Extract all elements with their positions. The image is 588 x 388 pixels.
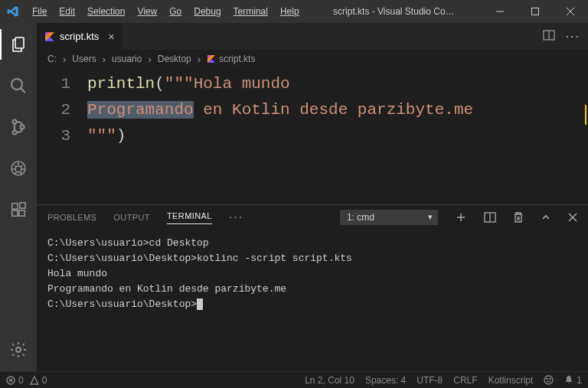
tab-row: script.kts × ··· bbox=[37, 23, 588, 50]
vscode-icon bbox=[0, 5, 26, 18]
status-bar: 0 0 Ln 2, Col 10 Spaces: 4 UTF-8 CRLF Ko… bbox=[0, 371, 588, 388]
editor-area: script.kts × ··· C:› Users› usuario› Des… bbox=[37, 23, 588, 371]
code-lines[interactable]: println("""Hola mundo Programando en Kot… bbox=[87, 68, 588, 204]
menu-debug[interactable]: Debug bbox=[188, 0, 227, 23]
tab-label: script.kts bbox=[60, 31, 99, 42]
main-row: script.kts × ··· C:› Users› usuario› Des… bbox=[0, 23, 588, 371]
svg-point-9 bbox=[21, 126, 24, 129]
menu-go[interactable]: Go bbox=[163, 0, 188, 23]
editor-more-icon[interactable]: ··· bbox=[566, 30, 580, 44]
ab-explorer[interactable] bbox=[0, 29, 37, 60]
svg-point-8 bbox=[13, 131, 17, 135]
close-panel-icon[interactable] bbox=[568, 213, 577, 222]
crumb[interactable]: C: bbox=[47, 54, 57, 64]
new-terminal-icon[interactable] bbox=[455, 211, 467, 223]
code-editor[interactable]: 1 2 3 println("""Hola mundo Programando … bbox=[37, 68, 588, 204]
crumb[interactable]: usuario bbox=[112, 54, 142, 64]
editor-cursor bbox=[585, 105, 586, 125]
terminal-cursor bbox=[197, 298, 203, 310]
menu-selection[interactable]: Selection bbox=[81, 0, 131, 23]
panel-tab-row: PROBLEMS OUTPUT TERMINAL ··· 1: cmd bbox=[37, 205, 588, 230]
ab-extensions[interactable] bbox=[0, 194, 37, 225]
tab-actions: ··· bbox=[543, 23, 588, 50]
bottom-panel: PROBLEMS OUTPUT TERMINAL ··· 1: cmd C:\U… bbox=[37, 204, 588, 371]
crumb[interactable]: Users bbox=[72, 54, 96, 64]
svg-rect-22 bbox=[20, 203, 25, 208]
svg-line-15 bbox=[15, 165, 16, 167]
crumb[interactable]: script.kts bbox=[219, 54, 255, 64]
maximize-panel-icon[interactable] bbox=[541, 212, 551, 223]
close-button[interactable] bbox=[553, 0, 588, 23]
svg-rect-1 bbox=[532, 8, 539, 15]
status-warnings[interactable]: 0 bbox=[30, 375, 47, 386]
window-controls bbox=[482, 0, 588, 23]
svg-line-6 bbox=[21, 88, 25, 93]
ab-debug[interactable] bbox=[0, 153, 37, 184]
status-spaces[interactable]: Spaces: 4 bbox=[365, 375, 406, 386]
status-lncol[interactable]: Ln 2, Col 10 bbox=[305, 375, 354, 386]
status-notifications[interactable]: 1 bbox=[564, 375, 582, 386]
menu-bar: File Edit Selection View Go Debug Termin… bbox=[26, 0, 305, 23]
svg-point-11 bbox=[15, 166, 21, 172]
svg-point-7 bbox=[13, 120, 17, 124]
svg-point-39 bbox=[550, 378, 550, 379]
title-bar: File Edit Selection View Go Debug Termin… bbox=[0, 0, 588, 23]
breadcrumb[interactable]: C:› Users› usuario› Desktop› script.kts bbox=[37, 50, 588, 68]
svg-point-37 bbox=[544, 376, 553, 384]
status-errors[interactable]: 0 bbox=[6, 375, 24, 386]
ab-settings[interactable] bbox=[0, 334, 37, 365]
svg-rect-4 bbox=[15, 37, 24, 48]
tab-script-kts[interactable]: script.kts × bbox=[37, 23, 122, 50]
maximize-button[interactable] bbox=[518, 0, 553, 23]
svg-rect-20 bbox=[12, 210, 18, 216]
panel-tab-terminal[interactable]: TERMINAL bbox=[167, 211, 212, 224]
ab-search[interactable] bbox=[0, 70, 37, 101]
panel-tab-output[interactable]: OUTPUT bbox=[113, 213, 150, 222]
menu-file[interactable]: File bbox=[26, 0, 53, 23]
menu-edit[interactable]: Edit bbox=[53, 0, 81, 23]
panel-tab-problems[interactable]: PROBLEMS bbox=[47, 213, 96, 222]
terminal-body[interactable]: C:\Users\usuario>cd DesktopC:\Users\usua… bbox=[37, 230, 588, 371]
panel-more-icon[interactable]: ··· bbox=[229, 210, 243, 224]
line-number-gutter: 1 2 3 bbox=[37, 68, 87, 204]
ab-source-control[interactable] bbox=[0, 112, 37, 142]
status-feedback-icon[interactable] bbox=[544, 375, 554, 385]
terminal-shell-select[interactable]: 1: cmd bbox=[340, 210, 438, 225]
svg-rect-21 bbox=[19, 210, 24, 216]
status-language[interactable]: Kotlinscript bbox=[488, 375, 534, 386]
svg-line-16 bbox=[21, 165, 22, 167]
svg-point-38 bbox=[547, 378, 547, 379]
menu-view[interactable]: View bbox=[131, 0, 163, 23]
crumb[interactable]: Desktop bbox=[158, 54, 191, 64]
kotlin-icon bbox=[207, 54, 216, 64]
status-eol[interactable]: CRLF bbox=[453, 375, 477, 386]
kill-terminal-icon[interactable] bbox=[513, 211, 524, 223]
window-title: script.kts - Visual Studio Co… bbox=[305, 6, 482, 17]
menu-terminal[interactable]: Terminal bbox=[227, 0, 274, 23]
split-editor-icon[interactable] bbox=[543, 29, 555, 44]
kotlin-icon bbox=[44, 31, 55, 42]
menu-help[interactable]: Help bbox=[274, 0, 305, 23]
tab-close-icon[interactable]: × bbox=[108, 31, 114, 43]
minimize-button[interactable] bbox=[482, 0, 518, 23]
status-encoding[interactable]: UTF-8 bbox=[416, 375, 443, 386]
activity-bar bbox=[0, 23, 37, 371]
split-terminal-icon[interactable] bbox=[484, 211, 496, 223]
svg-point-5 bbox=[11, 79, 22, 90]
svg-point-23 bbox=[16, 347, 21, 352]
svg-rect-19 bbox=[12, 204, 18, 209]
